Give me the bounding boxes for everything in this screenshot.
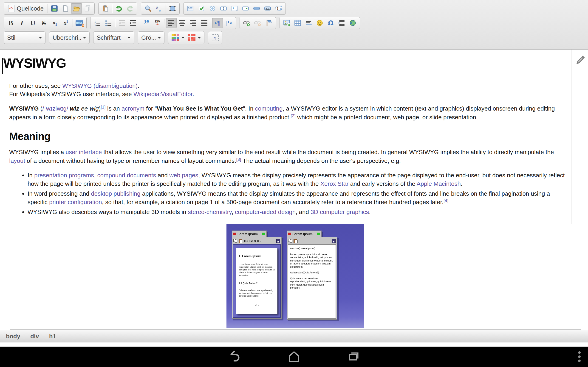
font-dropdown[interactable]: Schriftart xyxy=(93,31,134,44)
content-link[interactable]: [1] xyxy=(101,105,105,109)
blockquote-button[interactable]: ” xyxy=(141,18,152,28)
iframe-button[interactable] xyxy=(347,18,358,28)
align-right-button[interactable] xyxy=(188,18,199,28)
content-link[interactable]: Xerox Star xyxy=(320,180,349,187)
content-link[interactable]: desktop publishing xyxy=(91,190,140,197)
find-button[interactable] xyxy=(142,3,153,14)
show-blocks-button[interactable]: ¶ xyxy=(210,32,221,43)
bidi-ltr-button[interactable]: ▶¶ xyxy=(212,18,223,28)
content-link[interactable]: acronym xyxy=(121,105,145,112)
content-link[interactable]: stereo-chemistry xyxy=(188,209,232,215)
form-button[interactable] xyxy=(185,3,196,14)
document-title[interactable]: WYSIWYG xyxy=(3,56,571,76)
content-link[interactable]: 3D computer graphics xyxy=(311,209,369,215)
insert-image-button[interactable] xyxy=(281,18,292,28)
numbered-list-button[interactable]: 123 xyxy=(92,18,103,28)
content-link[interactable]: Wikipedia:VisualEditor xyxy=(133,91,192,98)
recent-apps-button[interactable] xyxy=(346,350,361,364)
align-center-button[interactable] xyxy=(177,18,188,28)
lead-paragraph[interactable]: WYSIWYG (/ˈwɪziwɪg/ wiz-ee-wig)[1] is an… xyxy=(9,104,570,122)
text-run: and early versions of the xyxy=(349,180,417,187)
content-link[interactable]: [3] xyxy=(236,157,241,162)
hidden-field-button[interactable]: I xyxy=(273,3,284,14)
textarea-button[interactable]: I xyxy=(229,3,240,14)
text-field-icon: I xyxy=(220,5,227,12)
insert-table-button[interactable] xyxy=(292,18,303,28)
content-link[interactable]: layout xyxy=(9,157,25,164)
wysiwyg-illustration[interactable]: Lorem Ipsum H1 H2 N B I xyxy=(226,224,364,328)
section-heading[interactable]: Meaning xyxy=(9,131,570,142)
content-link[interactable]: computer-aided design xyxy=(235,209,296,215)
content-link[interactable]: computing xyxy=(255,105,283,112)
size-dropdown[interactable]: Grö... xyxy=(138,31,164,44)
strikethrough-button[interactable]: S xyxy=(38,18,49,28)
select-all-button[interactable] xyxy=(167,3,178,14)
source-button[interactable]: <> Quellcode xyxy=(5,3,46,14)
list-item[interactable]: In presentation programs, compound docum… xyxy=(27,171,570,188)
content-link[interactable]: printer configuration xyxy=(49,199,102,206)
background-color-button[interactable] xyxy=(186,32,203,43)
button-field-button[interactable] xyxy=(251,3,262,14)
bidi-rtl-button[interactable]: ¶◀ xyxy=(223,18,234,28)
content-link[interactable]: /ˈwɪziwɪg/ xyxy=(42,105,68,112)
radio-button[interactable] xyxy=(207,3,218,14)
path-item-h1[interactable]: h1 xyxy=(49,333,56,340)
overflow-menu-button[interactable] xyxy=(578,351,581,362)
page-break-button[interactable] xyxy=(336,18,347,28)
paste-button[interactable] xyxy=(100,3,111,14)
checkbox-button[interactable] xyxy=(196,3,207,14)
page-paragraph: Lorem ipsum, quia dolor sit, amet, conse… xyxy=(239,263,275,277)
document-editing-area[interactable]: WYSIWYG For other uses, see WYSIWYG (dis… xyxy=(0,50,588,330)
text-color-button[interactable] xyxy=(170,32,186,43)
path-item-div[interactable]: div xyxy=(30,333,39,340)
content-link[interactable]: presentation programs xyxy=(34,172,94,179)
new-page-button[interactable] xyxy=(60,3,71,14)
window-body: H1 H2 N B I 1. Lorem Ipsum Lorem ips xyxy=(232,237,282,319)
align-justify-button[interactable] xyxy=(199,18,210,28)
bold-button[interactable]: B xyxy=(5,18,16,28)
anchor-button[interactable] xyxy=(263,18,274,28)
replace-button[interactable]: ba xyxy=(153,3,164,14)
content-link[interactable]: compound documents xyxy=(97,172,156,179)
back-button[interactable] xyxy=(227,350,242,364)
style-dropdown[interactable]: Stil xyxy=(4,31,45,44)
superscript-button[interactable]: x2 xyxy=(61,18,71,28)
content-link[interactable]: user interface xyxy=(66,149,102,156)
undo-button[interactable] xyxy=(113,3,124,14)
content-link[interactable]: Apple Macintosh xyxy=(417,180,461,187)
remove-format-button[interactable]: HTML xyxy=(74,18,85,28)
align-left-button[interactable] xyxy=(166,18,177,28)
format-dropdown[interactable]: Überschri... xyxy=(49,31,90,44)
group-clipboard xyxy=(98,2,137,15)
underline-button[interactable]: U xyxy=(27,18,38,28)
image-button-button[interactable] xyxy=(262,3,273,14)
smiley-button[interactable] xyxy=(314,18,325,28)
path-item-body[interactable]: body xyxy=(6,333,20,340)
home-button[interactable] xyxy=(287,350,301,364)
list-item[interactable]: In word processing and desktop publishin… xyxy=(27,190,570,206)
horizontal-rule-button[interactable] xyxy=(303,18,314,28)
content-link[interactable]: [2] xyxy=(291,113,296,118)
italic-button[interactable]: I xyxy=(16,18,27,28)
special-char-button[interactable]: Ω xyxy=(325,18,336,28)
meaning-paragraph[interactable]: WYSIWYG implies a user interface that al… xyxy=(9,148,570,165)
numbered-list-icon: 123 xyxy=(94,19,101,27)
content-link[interactable]: web pages xyxy=(169,172,198,179)
hatnote-line[interactable]: For Wikipedia's WYSIWYG user interface, … xyxy=(9,90,570,98)
save-button[interactable] xyxy=(49,3,60,14)
content-link[interactable]: [4] xyxy=(443,198,448,203)
edit-pencil-button[interactable] xyxy=(574,54,586,67)
list-item[interactable]: WYSIWYG also describes ways to manipulat… xyxy=(27,208,570,216)
div-container-button[interactable]: DIV</> xyxy=(152,18,163,28)
link-button[interactable] xyxy=(241,18,252,28)
content-link[interactable]: WYSIWYG (disambiguation) xyxy=(62,82,138,89)
text-field-button[interactable]: I xyxy=(218,3,229,14)
templates-button[interactable] xyxy=(71,3,82,14)
bulleted-list-button[interactable] xyxy=(103,18,114,28)
select-field-button[interactable] xyxy=(240,3,251,14)
text-run: for " xyxy=(145,105,157,112)
hatnote-line[interactable]: For other uses, see WYSIWYG (disambiguat… xyxy=(9,82,570,90)
indent-button[interactable] xyxy=(128,18,138,28)
blockquote-icon: ” xyxy=(144,19,149,27)
subscript-button[interactable]: x2 xyxy=(49,18,61,28)
